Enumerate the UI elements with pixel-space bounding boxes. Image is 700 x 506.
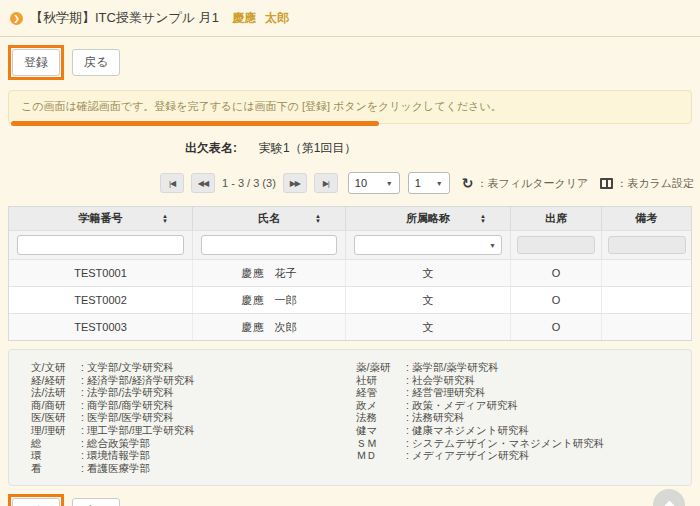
legend-item: 環:環境情報学部 xyxy=(31,449,356,462)
confirmation-notice: この画面は確認画面です。登録を完了するには画面下の [登録] ボタンをクリックし… xyxy=(8,90,692,124)
chevron-down-icon: ▼ xyxy=(436,180,443,187)
page-size-select[interactable]: 10 ▼ xyxy=(348,172,400,194)
cell-attendance: O xyxy=(511,314,602,340)
column-header-label: 所属略称 xyxy=(406,211,450,226)
cell-affiliation: 文 xyxy=(346,287,511,313)
top-toolbar: 登録 戻る xyxy=(8,45,700,80)
register-highlight-annotation: 登録 xyxy=(8,494,64,506)
legend-item: 医/医研:医学部/医学研究科 xyxy=(31,411,356,424)
legend-item: 政メ:政策・メディア研究科 xyxy=(356,399,681,412)
teacher-family-name-link[interactable]: 慶應 xyxy=(232,10,256,27)
first-page-button[interactable]: |◀ xyxy=(160,173,184,193)
affiliation-filter-select[interactable]: ▼ xyxy=(354,235,502,255)
legend-item: 法務:法務研究科 xyxy=(356,411,681,424)
first-page-icon: |◀ xyxy=(169,179,175,188)
legend-item: 商/商研:商学部/商学研究科 xyxy=(31,399,356,412)
sort-icon[interactable]: ▲▼ xyxy=(480,214,486,224)
filter-clear-label: ：表フィルタークリア xyxy=(477,176,589,191)
register-button-bottom[interactable]: 登録 xyxy=(12,498,60,506)
legend-item: 総:総合政策学部 xyxy=(31,437,356,450)
chevron-right-icon: ❯ xyxy=(10,12,23,25)
legend-item: 薬/薬研:薬学部/薬学研究科 xyxy=(356,361,681,374)
register-button-top[interactable]: 登録 xyxy=(12,49,60,76)
legend-item: ＭＤ:メディアデザイン研究科 xyxy=(356,449,681,462)
legend-item: ＳＭ:システムデザイン・マネジメント研究科 xyxy=(356,437,681,450)
last-page-button[interactable]: ▶| xyxy=(314,173,338,193)
filter-clear-icon[interactable]: ↻ xyxy=(462,175,474,191)
page-title: 【秋学期】ITC授業サンプル 月1 xyxy=(30,9,219,27)
note-filter-disabled xyxy=(608,236,686,254)
column-header-label: 氏名 xyxy=(258,211,280,226)
column-header-note: 備考 xyxy=(602,207,691,230)
chevron-down-icon: ▼ xyxy=(386,180,393,187)
sort-icon[interactable]: ▲▼ xyxy=(315,214,321,224)
column-settings-label: ：表カラム設定 xyxy=(616,176,694,191)
column-header-affiliation[interactable]: 所属略称 ▲▼ xyxy=(346,207,511,230)
legend-left-column: 文/文研:文学部/文学研究科 経/経研:経済学部/経済学研究科 法/法研:法学部… xyxy=(31,361,356,474)
attendance-table: 学籍番号 ▲▼ 氏名 ▲▼ 所属略称 ▲▼ 出席 備考 ▼ TEST0001 慶… xyxy=(8,206,692,341)
table-header-row: 学籍番号 ▲▼ 氏名 ▲▼ 所属略称 ▲▼ 出席 備考 xyxy=(9,207,691,230)
cell-note xyxy=(602,260,691,286)
legend-item: 経管:経営管理研究科 xyxy=(356,386,681,399)
cell-attendance: O xyxy=(511,287,602,313)
cell-affiliation: 文 xyxy=(346,314,511,340)
back-button-bottom[interactable]: 戻る xyxy=(72,498,120,506)
scroll-to-top-button[interactable] xyxy=(653,489,685,506)
page-size-value: 10 xyxy=(355,177,367,189)
legend-item: 文/文研:文学部/文学研究科 xyxy=(31,361,356,374)
cell-name: 慶應 一郎 xyxy=(193,287,346,313)
cell-note xyxy=(602,314,691,340)
affiliation-legend: 文/文研:文学部/文学研究科 経/経研:経済学部/経済学研究科 法/法研:法学部… xyxy=(8,349,692,486)
attendance-sheet-label: 出欠表名: xyxy=(185,140,237,157)
column-header-label: 出席 xyxy=(545,211,567,226)
column-header-student-id[interactable]: 学籍番号 ▲▼ xyxy=(9,207,193,230)
back-button-top[interactable]: 戻る xyxy=(72,49,120,76)
cell-note xyxy=(602,287,691,313)
column-header-label: 備考 xyxy=(636,211,658,226)
pager-range-text: 1 - 3 / 3 (3) xyxy=(222,177,276,189)
cell-student-id: TEST0003 xyxy=(9,314,193,340)
column-header-label: 学籍番号 xyxy=(79,211,123,226)
table-row[interactable]: TEST0003 慶應 次郎 文 O xyxy=(9,313,691,340)
next-page-icon: ▶▶ xyxy=(290,179,300,188)
legend-item: 法/法研:法学部/法学研究科 xyxy=(31,386,356,399)
cell-student-id: TEST0002 xyxy=(9,287,193,313)
page-header: ❯ 【秋学期】ITC授業サンプル 月1 慶應 太郎 xyxy=(0,0,700,27)
page-number-value: 1 xyxy=(415,177,421,189)
column-header-attendance: 出席 xyxy=(511,207,602,230)
table-row[interactable]: TEST0001 慶應 花子 文 O xyxy=(9,259,691,286)
legend-right-column: 薬/薬研:薬学部/薬学研究科 社研:社会学研究科 経管:経営管理研究科 政メ:政… xyxy=(356,361,681,474)
legend-item: 社研:社会学研究科 xyxy=(356,374,681,387)
column-settings-icon[interactable] xyxy=(600,178,613,189)
attendance-sheet-row: 出欠表名: 実験1（第1回目） xyxy=(185,140,700,157)
attendance-filter-disabled xyxy=(517,236,595,254)
legend-item: 経/経研:経済学部/経済学研究科 xyxy=(31,374,356,387)
cell-affiliation: 文 xyxy=(346,260,511,286)
chevron-down-icon: ▼ xyxy=(489,242,496,249)
header-divider xyxy=(0,36,700,37)
student-id-filter-input[interactable] xyxy=(17,235,184,255)
sort-icon[interactable]: ▲▼ xyxy=(162,214,168,224)
pager: |◀ ◀◀ 1 - 3 / 3 (3) ▶▶ ▶| 10 ▼ 1 ▼ ↻ ：表フ… xyxy=(160,172,700,194)
table-row[interactable]: TEST0002 慶應 一郎 文 O xyxy=(9,286,691,313)
table-filter-row: ▼ xyxy=(9,230,691,259)
notice-underline-annotation xyxy=(11,121,379,126)
prev-page-icon: ◀◀ xyxy=(198,179,208,188)
register-highlight-annotation: 登録 xyxy=(8,45,64,80)
legend-item: 健マ:健康マネジメント研究科 xyxy=(356,424,681,437)
cell-student-id: TEST0001 xyxy=(9,260,193,286)
column-header-name[interactable]: 氏名 ▲▼ xyxy=(193,207,346,230)
bottom-toolbar: 登録 戻る xyxy=(8,494,700,506)
name-filter-input[interactable] xyxy=(201,235,337,255)
confirmation-notice-text: この画面は確認画面です。登録を完了するには画面下の [登録] ボタンをクリックし… xyxy=(21,100,502,112)
chevron-up-icon xyxy=(661,501,677,506)
next-page-button[interactable]: ▶▶ xyxy=(283,173,307,193)
teacher-given-name-link[interactable]: 太郎 xyxy=(265,10,289,27)
legend-item: 理/理研:理工学部/理工学研究科 xyxy=(31,424,356,437)
page-number-select[interactable]: 1 ▼ xyxy=(408,172,450,194)
prev-page-button[interactable]: ◀◀ xyxy=(191,173,215,193)
last-page-icon: ▶| xyxy=(323,179,329,188)
legend-item: 看:看護医療学部 xyxy=(31,462,356,475)
cell-name: 慶應 花子 xyxy=(193,260,346,286)
attendance-sheet-value: 実験1（第1回目） xyxy=(259,140,356,157)
